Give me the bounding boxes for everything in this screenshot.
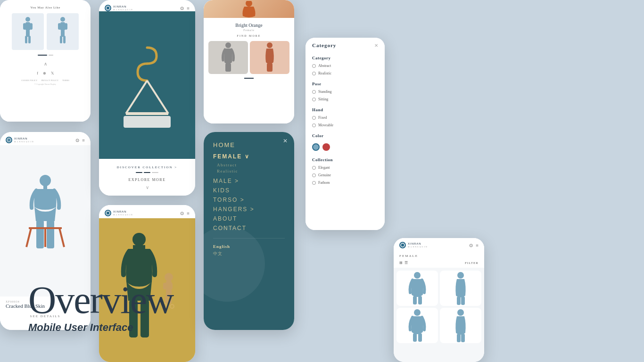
product-gray[interactable] [208,41,248,74]
bright-orange-gender: Female [204,29,294,32]
search-icon-7[interactable]: ⊙ [469,243,473,248]
collection-section-title: Collection [312,157,378,162]
svg-rect-18 [36,220,44,248]
search-icon-3[interactable]: ⊙ [180,6,184,11]
menu-close-button[interactable]: ✕ [283,138,288,145]
svg-point-49 [401,243,405,247]
discover-label[interactable]: DISCOVER COLLECTION > [117,165,177,169]
filter-label[interactable]: FILTER [465,261,479,265]
moveable-radio[interactable] [312,123,316,127]
dot-3 [152,172,158,173]
svg-rect-58 [418,333,422,342]
realistic-radio[interactable] [312,72,316,75]
grid-view-icons: ⊞ ☰ [399,261,408,265]
filter-close-button[interactable]: ✕ [374,43,378,48]
elegant-radio[interactable] [312,166,316,170]
explore-more-label[interactable]: EXPLORE MORE [128,178,165,182]
copyright-text: © Copyright Xinran Display [34,83,56,85]
standing-label: Standing [318,90,331,94]
pose-sitting-option[interactable]: Sitting [312,97,378,101]
svg-point-44 [246,1,252,7]
nav-male[interactable]: MALE > [213,178,285,184]
xinran-logo-3b: XINRAN MANNEQUIN [105,210,133,216]
fixed-label: Fixed [318,115,327,120]
color-red-swatch[interactable] [322,143,330,151]
product-thumb-1[interactable] [12,13,44,50]
brand-text-7: XINRAN MANNEQUIN [408,242,428,248]
scroll-up-arrow[interactable]: ∧ [44,61,47,66]
header-icons-7: ⊙ ≡ [469,243,479,248]
search-icon-3b[interactable]: ⊙ [180,211,184,216]
nav-kids[interactable]: KIDS [213,187,285,194]
terms-link[interactable]: TERMS [62,79,69,82]
svg-point-24 [106,6,110,10]
svg-point-56 [414,309,421,316]
standing-radio[interactable] [312,90,316,94]
privacy-policy-link[interactable]: PRIVACY POLICY [41,79,59,82]
grid-mannequin-4 [450,309,471,342]
category-abstract-option[interactable]: Abstract [312,64,378,68]
list-icon[interactable]: ☰ [405,261,408,265]
menu-icon-3[interactable]: ≡ [187,6,190,11]
svg-rect-13 [63,36,66,43]
abstract-radio[interactable] [312,64,316,68]
overview-section: Overview Mobile User Interface [28,281,173,334]
svg-rect-9 [58,23,61,30]
hand-fixed-option[interactable]: Fixed [312,115,378,120]
category-section-title: Category [312,56,378,60]
nav-female-abstract[interactable]: Abstract [217,163,285,167]
svg-rect-3 [30,23,33,30]
fixed-radio[interactable] [312,116,316,120]
nav-female[interactable]: FEMALE ∨ [213,153,285,160]
sitting-radio[interactable] [312,98,316,101]
menu-icon-7[interactable]: ≡ [476,243,479,248]
color-swatches [312,143,378,151]
logo-mark-3 [106,6,110,10]
nav-torso[interactable]: TORSO > [213,197,285,203]
nav-about[interactable]: ABOUT [213,215,285,222]
nav-home[interactable]: HOME [213,141,285,148]
genuine-label: Genuine [318,173,331,177]
instagram-icon[interactable]: ⊕ [43,71,46,75]
grid-product-4[interactable] [440,308,481,343]
color-blue-swatch[interactable] [312,143,320,151]
product-peach[interactable] [250,41,289,74]
brand-name-3b: XINRAN [113,210,133,214]
collection-elegant-option[interactable]: Elegant [312,165,378,170]
nav-female-realistic[interactable]: Realistic [217,169,285,173]
search-icon[interactable]: ⊙ [75,138,79,143]
product-thumb-2[interactable] [47,13,79,50]
mannequin-icon-1 [21,17,34,46]
collection-genuine-option[interactable]: Genuine [312,173,378,177]
grid-product-3[interactable] [396,308,438,343]
category-realistic-option[interactable]: Realistic [312,71,378,75]
svg-point-59 [457,309,464,316]
genuine-radio[interactable] [312,173,316,177]
cookie-policy-link[interactable]: COOKIE POLICY [21,79,37,82]
nav-hangers[interactable]: HANGERS > [213,206,285,213]
logo-mark-7 [400,243,405,247]
hand-moveable-option[interactable]: Moveable [312,123,378,127]
menu-icon[interactable]: ≡ [82,138,85,143]
collection-fathom-option[interactable]: Fathom [312,181,378,185]
svg-point-16 [40,175,51,186]
grid-icon[interactable]: ⊞ [399,261,403,265]
fathom-radio[interactable] [312,181,316,185]
grid-product-1[interactable] [396,271,438,306]
peach-mannequin [263,42,277,73]
explore-arrow[interactable]: ∨ [146,185,149,190]
grid-product-2[interactable] [440,271,481,306]
svg-rect-4 [26,30,30,37]
menu-icon-3b[interactable]: ≡ [187,211,190,216]
find-more-link[interactable]: FIND MORE [204,34,294,37]
dot-1 [136,172,142,173]
pose-standing-option[interactable]: Standing [312,90,378,94]
discover-header: XINRAN MANNEQUIN ⊙ ≡ [99,0,195,11]
twitter-icon[interactable]: 𝕏 [51,71,54,75]
header-icons-3b: ⊙ ≡ [180,211,190,216]
grid-mannequin-2 [450,272,471,305]
logo-icon-3 [105,5,111,11]
svg-line-26 [147,81,168,114]
phone-discover-collection: XINRAN MANNEQUIN ⊙ ≡ [99,0,195,196]
facebook-icon[interactable]: f [37,71,38,75]
